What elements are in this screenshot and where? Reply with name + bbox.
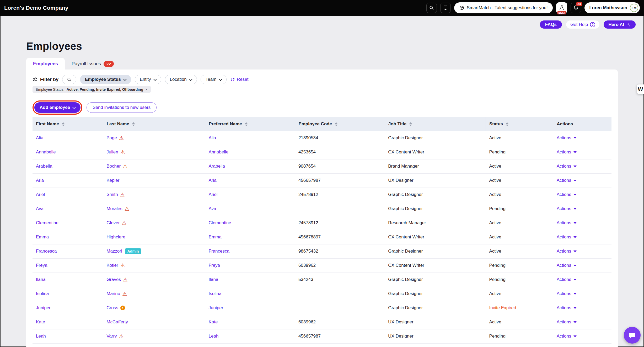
last-name-link[interactable]: Morales	[106, 206, 122, 211]
first-name-link[interactable]: Arabella	[36, 164, 52, 169]
row-actions-button[interactable]: Actions	[557, 178, 577, 183]
filter-search-button[interactable]	[62, 75, 76, 84]
row-actions-button[interactable]: Actions	[557, 220, 577, 226]
filter-team[interactable]: Team	[201, 75, 227, 84]
first-name-link[interactable]: Ava	[36, 206, 44, 211]
preferred-name-link[interactable]: Ariel	[209, 192, 218, 197]
send-invitations-button[interactable]: Send invitations to new users	[87, 102, 157, 113]
column-header[interactable]: Last Name	[103, 117, 205, 131]
last-name-link[interactable]: Cross	[106, 305, 118, 311]
row-actions-button[interactable]: Actions	[557, 334, 577, 339]
last-name-link[interactable]: Kotler	[106, 263, 118, 268]
last-name-link[interactable]: Graves	[106, 277, 121, 282]
chat-widget-button[interactable]	[624, 327, 641, 344]
sort-icon[interactable]	[409, 122, 412, 126]
reset-filters-button[interactable]: ↺ Reset	[230, 77, 248, 82]
add-employee-button[interactable]: Add employee	[34, 102, 80, 113]
company-name: Loren's Demo Company	[4, 5, 68, 11]
column-header[interactable]: Job Title	[385, 117, 486, 131]
get-help-button[interactable]: Get Help ?	[566, 20, 599, 29]
row-actions-button[interactable]: Actions	[557, 234, 577, 240]
preferred-name-link[interactable]: Ava	[209, 206, 216, 211]
preferred-name-link[interactable]: Kate	[209, 319, 218, 324]
first-name-link[interactable]: Alia	[36, 135, 43, 140]
sort-icon[interactable]	[132, 122, 135, 126]
status-cell: Active	[486, 230, 553, 244]
first-name-link[interactable]: Annabelle	[36, 150, 56, 154]
last-name-link[interactable]: McCafferty	[106, 319, 128, 325]
first-name-link[interactable]: Aria	[36, 178, 44, 183]
smartmatch-button[interactable]: SmartMatch - Talent suggestions for you!	[454, 2, 553, 13]
last-name-link[interactable]: Highclere	[106, 234, 125, 240]
column-header[interactable]: First Name	[33, 117, 103, 131]
caret-down-icon	[573, 279, 577, 281]
first-name-link[interactable]: Ilana	[36, 277, 46, 282]
sort-icon[interactable]	[245, 122, 248, 126]
global-search-button[interactable]	[426, 3, 437, 13]
preferred-name-link[interactable]: Ilana	[209, 277, 218, 282]
first-name-link[interactable]: Clementine	[36, 220, 58, 225]
preferred-name-link[interactable]: Arabella	[209, 164, 225, 169]
preferred-name-link[interactable]: Freya	[209, 263, 220, 268]
first-name-link[interactable]: Emma	[36, 234, 49, 239]
last-name-link[interactable]: Varry	[106, 334, 117, 339]
tab-employees[interactable]: Employees	[26, 58, 65, 70]
column-header[interactable]: Preferred Name	[205, 117, 295, 131]
user-menu[interactable]: Loren Mathewson LM	[584, 2, 640, 13]
row-actions-button[interactable]: Actions	[557, 277, 577, 282]
first-name-link[interactable]: Kate	[36, 319, 45, 324]
row-actions-button[interactable]: Actions	[557, 206, 577, 211]
first-name-link[interactable]: Juniper	[36, 305, 51, 310]
sort-icon[interactable]	[506, 122, 508, 126]
last-name-link[interactable]: Bocher	[106, 164, 121, 169]
column-header[interactable]: Employee Code	[295, 117, 385, 131]
last-name-link[interactable]: Mazzori	[106, 249, 122, 254]
first-name-link[interactable]: Francesca	[36, 249, 57, 254]
last-name-link[interactable]: Page	[106, 135, 117, 141]
tab-payroll-issues[interactable]: Payroll Issues 22	[65, 58, 121, 70]
last-name-link[interactable]: Glover	[106, 220, 120, 226]
close-icon[interactable]: ×	[145, 87, 148, 92]
row-actions-label: Actions	[557, 263, 571, 268]
filter-location-label: Location	[170, 77, 187, 82]
row-actions-button[interactable]: Actions	[557, 319, 577, 325]
caret-down-icon	[573, 166, 577, 167]
row-actions-button[interactable]: Actions	[557, 305, 577, 311]
last-name-link[interactable]: Kepler	[106, 178, 119, 183]
sort-icon[interactable]	[62, 122, 65, 126]
whats-new-tab[interactable]: W	[637, 84, 644, 94]
beta-lab-button[interactable]: BETA	[556, 2, 567, 13]
faqs-button[interactable]: FAQs	[540, 20, 562, 29]
row-actions-button[interactable]: Actions	[557, 150, 577, 155]
row-actions-button[interactable]: Actions	[557, 263, 577, 268]
preferred-name-link[interactable]: Leah	[209, 334, 219, 339]
sort-icon[interactable]	[335, 122, 337, 126]
filter-location[interactable]: Location	[165, 75, 197, 84]
notifications-button[interactable]: 24	[571, 3, 581, 13]
preferred-name-link[interactable]: Clementine	[209, 220, 231, 225]
first-name-link[interactable]: Ariel	[36, 192, 45, 197]
row-actions-button[interactable]: Actions	[557, 192, 577, 197]
last-name-link[interactable]: Marino	[106, 291, 120, 296]
first-name-link[interactable]: Freya	[36, 263, 47, 268]
last-name-link[interactable]: Smith	[106, 192, 118, 197]
preferred-name-link[interactable]: Annabelle	[209, 150, 229, 154]
organisation-button[interactable]	[440, 3, 451, 13]
preferred-name-link[interactable]: Isolina	[209, 291, 222, 296]
first-name-link[interactable]: Leah	[36, 334, 46, 339]
row-actions-button[interactable]: Actions	[557, 135, 577, 141]
filter-employee-status[interactable]: Employee Status	[80, 75, 131, 84]
preferred-name-link[interactable]: Juniper	[209, 305, 223, 310]
row-actions-button[interactable]: Actions	[557, 164, 577, 169]
hero-ai-button[interactable]: Hero AI	[604, 20, 636, 29]
row-actions-button[interactable]: Actions	[557, 249, 577, 254]
last-name-link[interactable]: Julien	[106, 150, 118, 155]
preferred-name-link[interactable]: Francesca	[209, 249, 229, 254]
column-header[interactable]: Status	[486, 117, 553, 131]
first-name-link[interactable]: Isolina	[36, 291, 49, 296]
preferred-name-link[interactable]: Emma	[209, 234, 222, 239]
row-actions-button[interactable]: Actions	[557, 291, 577, 296]
preferred-name-link[interactable]: Aria	[209, 178, 217, 183]
preferred-name-link[interactable]: Alia	[209, 135, 216, 140]
filter-entity[interactable]: Entity	[135, 75, 161, 84]
